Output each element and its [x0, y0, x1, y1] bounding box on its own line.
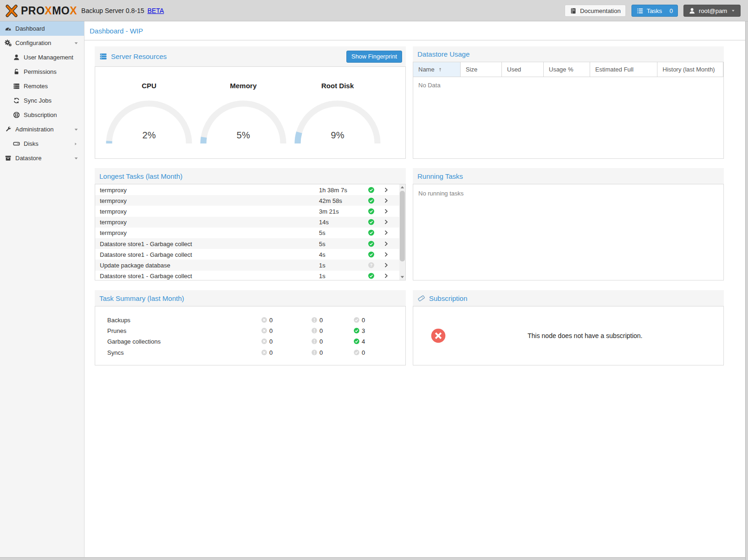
tasks-button[interactable]: Tasks 0 [631, 5, 678, 17]
gauge-root-disk: Root Disk9% [293, 82, 382, 149]
column-header-used[interactable]: Used [502, 62, 544, 77]
column-header-history-last-month[interactable]: History (last Month) [657, 62, 723, 77]
task-row[interactable]: termproxy42m 58s [95, 195, 405, 206]
sort-ascending-icon [437, 67, 443, 72]
ok-count-icon [353, 349, 360, 356]
hdd-icon [13, 140, 20, 147]
summary-warning-count: 0 [319, 338, 323, 345]
open-task-chevron-icon[interactable] [383, 208, 389, 214]
task-duration: 4s [319, 251, 325, 258]
sidebar-item-disks[interactable]: Disks [0, 137, 84, 151]
task-row[interactable]: Update package database1s [95, 260, 405, 270]
datastore-empty-text: No Data [413, 77, 723, 93]
lifering-icon [13, 111, 20, 118]
documentation-button[interactable]: Documentation [565, 5, 625, 17]
sidebar-item-user-management[interactable]: User Management [0, 50, 84, 65]
open-task-chevron-icon[interactable] [383, 219, 389, 225]
server-resources-panel: Server Resources Show Fingerprint CPU2%M… [95, 46, 406, 159]
datastore-table-header: NameSizeUsedUsage %Estimated FullHistory… [413, 62, 723, 77]
column-header-name[interactable]: Name [413, 62, 461, 77]
warning-count-icon [311, 349, 318, 356]
column-header-estimated-full[interactable]: Estimated Full [590, 62, 657, 77]
top-bar: PROXMOX Backup Server 0.8-15 BETA Docume… [0, 0, 748, 21]
gauge-memory: Memory5% [199, 82, 287, 149]
user-menu-button[interactable]: root@pam [683, 5, 741, 17]
task-row[interactable]: termproxy14s [95, 217, 405, 228]
page-title: Dashboard - WIP [90, 27, 143, 35]
open-task-chevron-icon[interactable] [383, 251, 389, 257]
summary-warning-count: 0 [319, 316, 323, 323]
subscription-title: Subscription [429, 294, 468, 302]
chevron-right-icon [73, 142, 78, 146]
summary-row-backups: Backups000 [95, 314, 405, 325]
times-circle-icon [430, 327, 447, 344]
gauge-label: Root Disk [293, 82, 382, 90]
unlock-icon [13, 68, 20, 75]
refresh-icon [13, 97, 20, 104]
datastore-usage-header: Datastore Usage [413, 46, 724, 62]
task-duration: 5s [319, 240, 325, 247]
chevron-down-icon [73, 40, 79, 46]
column-header-usage[interactable]: Usage % [544, 62, 590, 77]
open-task-chevron-icon[interactable] [383, 197, 389, 203]
scrollbar[interactable] [399, 184, 405, 280]
sidebar-item-configuration[interactable]: Configuration [0, 36, 84, 50]
book-icon [570, 7, 577, 14]
sidebar-item-label: Subscription [24, 111, 57, 118]
summary-ok-count: 4 [362, 338, 365, 345]
running-tasks-body: No running tasks [413, 184, 724, 280]
sidebar-item-dashboard[interactable]: Dashboard [0, 21, 84, 36]
task-name: termproxy [100, 229, 127, 236]
ticket-icon [417, 294, 425, 302]
error-count-icon [261, 349, 267, 356]
task-duration: 42m 58s [319, 197, 342, 204]
sidebar-item-label: Dashboard [15, 25, 45, 32]
sidebar-item-label: Sync Jobs [24, 97, 52, 104]
sidebar-item-remotes[interactable]: Remotes [0, 79, 84, 93]
sidebar-item-subscription[interactable]: Subscription [0, 108, 84, 122]
scroll-down-icon[interactable] [399, 274, 405, 280]
status-unknown-icon [368, 261, 375, 268]
task-row[interactable]: Datastore store1 - Garbage collect5s [95, 238, 405, 249]
open-task-chevron-icon[interactable] [383, 262, 389, 268]
sidebar-item-permissions[interactable]: Permissions [0, 65, 84, 79]
task-row[interactable]: termproxy5s [95, 228, 405, 238]
status-ok-icon [368, 273, 375, 280]
task-row[interactable]: Datastore store1 - Garbage collect4s [95, 249, 405, 260]
ok-count-icon [353, 327, 360, 334]
subscription-panel: Subscription This node does not have a s… [413, 290, 724, 365]
longest-tasks-header: Longest Tasks (last Month) [95, 168, 406, 184]
status-ok-icon [368, 251, 375, 258]
tachometer-icon [5, 25, 12, 32]
task-duration: 14s [319, 219, 329, 226]
summary-row-syncs: Syncs000 [95, 347, 405, 358]
task-duration: 1s [319, 261, 325, 268]
scrollbar-thumb[interactable] [400, 191, 405, 261]
status-ok-icon [368, 197, 375, 204]
error-count-icon [261, 317, 267, 323]
task-row[interactable]: termproxy1h 38m 7s [95, 184, 405, 195]
task-summary-header: Task Summary (last Month) [95, 290, 406, 306]
sidebar-item-sync-jobs[interactable]: Sync Jobs [0, 93, 84, 108]
gauge-label: Memory [199, 82, 287, 90]
task-name: termproxy [100, 219, 127, 226]
sidebar-item-datastore[interactable]: Datastore [0, 151, 84, 165]
sidebar-item-label: Configuration [15, 39, 51, 46]
sidebar-item-administration[interactable]: Administration [0, 122, 84, 137]
ok-count-icon [353, 338, 360, 345]
scroll-up-icon[interactable] [399, 184, 405, 190]
open-task-chevron-icon[interactable] [383, 241, 389, 247]
summary-warning-count: 0 [319, 327, 323, 334]
task-name: Datastore store1 - Garbage collect [100, 273, 192, 280]
column-header-size[interactable]: Size [461, 62, 502, 77]
task-row[interactable]: Datastore store1 - Garbage collect1s [95, 271, 405, 281]
task-row[interactable]: termproxy3m 21s [95, 206, 405, 216]
open-task-chevron-icon[interactable] [383, 273, 389, 279]
open-task-chevron-icon[interactable] [383, 230, 389, 236]
beta-link[interactable]: BETA [148, 7, 164, 14]
show-fingerprint-button[interactable]: Show Fingerprint [346, 51, 402, 63]
server-resources-header: Server Resources Show Fingerprint [95, 46, 406, 66]
open-task-chevron-icon[interactable] [383, 187, 389, 193]
sidebar-item-label: Permissions [24, 68, 57, 75]
summary-error-count: 0 [269, 349, 273, 356]
